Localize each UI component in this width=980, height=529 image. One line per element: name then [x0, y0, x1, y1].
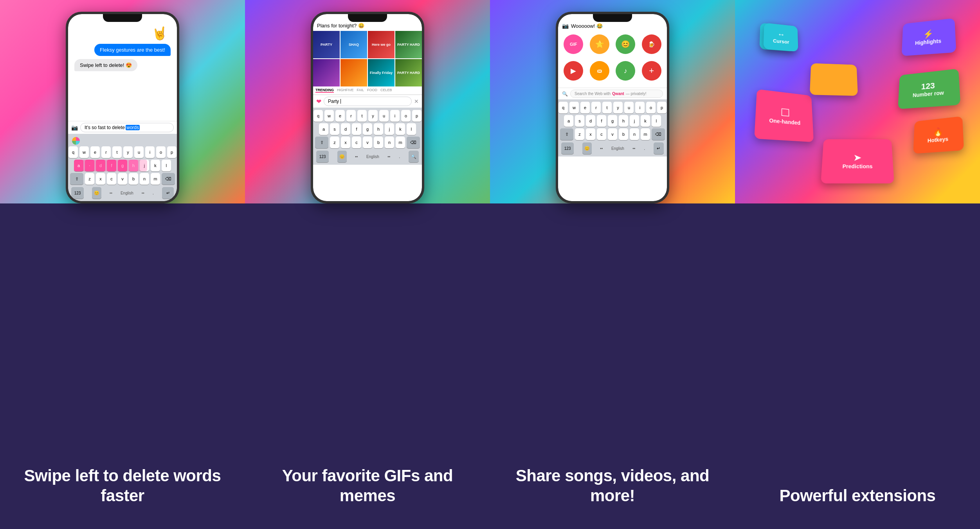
kb-key-c[interactable]: c	[107, 173, 116, 185]
kb2-123[interactable]: 123	[316, 151, 329, 162]
kb2-c[interactable]: c	[352, 137, 361, 148]
kb3-r[interactable]: r	[591, 102, 601, 113]
kb2-period[interactable]: .	[399, 154, 400, 159]
app-icon-plus[interactable]: +	[642, 61, 661, 81]
close-icon[interactable]: ✕	[414, 98, 419, 104]
kb2-t[interactable]: t	[357, 110, 367, 122]
kb-shift[interactable]: ⇧	[70, 173, 83, 185]
kb2-z[interactable]: z	[330, 137, 339, 148]
kb3-d[interactable]: d	[586, 115, 595, 127]
kb2-r[interactable]: r	[346, 110, 356, 122]
kb-key-w[interactable]: w	[79, 146, 89, 158]
kb2-f[interactable]: f	[352, 123, 361, 135]
kb3-p[interactable]: p	[657, 102, 667, 113]
kb2-m[interactable]: m	[396, 137, 405, 148]
kb-key-e[interactable]: e	[90, 146, 100, 158]
kb3-i[interactable]: i	[635, 102, 645, 113]
kb-123[interactable]: 123	[71, 187, 84, 199]
gif-search-input[interactable]: Party	[324, 97, 412, 106]
kb2-x[interactable]: x	[341, 137, 350, 148]
kb3-s[interactable]: s	[575, 115, 584, 127]
kb-key-n[interactable]: n	[140, 173, 149, 185]
kb2-y[interactable]: y	[368, 110, 378, 122]
kb-key-a[interactable]: a	[74, 160, 83, 171]
kb3-shift[interactable]: ⇧	[560, 128, 573, 140]
kb-key-k[interactable]: k	[151, 160, 160, 171]
kb-key-b[interactable]: b	[129, 173, 138, 185]
kb3-m[interactable]: m	[641, 128, 650, 140]
app-icon-yelp[interactable]: 🍺	[642, 34, 661, 54]
kb-emoji[interactable]: 😊	[92, 187, 101, 199]
kb3-l[interactable]: l	[652, 115, 661, 127]
kb2-i[interactable]: i	[390, 110, 400, 122]
kb3-h[interactable]: h	[619, 115, 628, 127]
kb3-b[interactable]: b	[619, 128, 628, 140]
kb3-g[interactable]: g	[608, 115, 617, 127]
kb2-q[interactable]: q	[313, 110, 323, 122]
kb-return[interactable]: ↵	[162, 187, 174, 199]
kb2-w[interactable]: w	[324, 110, 334, 122]
kb2-j[interactable]: j	[385, 123, 394, 135]
kb3-y[interactable]: y	[613, 102, 623, 113]
kb2-k[interactable]: k	[396, 123, 405, 135]
kb3-n[interactable]: n	[630, 128, 639, 140]
kb3-a[interactable]: a	[564, 115, 573, 127]
kb3-j[interactable]: j	[630, 115, 639, 127]
kb2-n[interactable]: n	[385, 137, 394, 148]
app-icon-fandango[interactable]: 🎟	[590, 61, 609, 81]
kb-key-q[interactable]: q	[68, 146, 78, 158]
app-icon-emoji[interactable]: 😊	[616, 34, 635, 54]
message-input[interactable]: It's so fast to delete words	[80, 123, 174, 132]
app-icon-spotify[interactable]: ♪	[616, 61, 635, 81]
kb2-o[interactable]: o	[401, 110, 411, 122]
kb3-del[interactable]: ⌫	[652, 128, 665, 140]
kb-delete[interactable]: ⌫	[162, 173, 175, 185]
kb-key-o[interactable]: o	[156, 146, 166, 158]
kb2-a[interactable]: a	[319, 123, 328, 135]
kb-key-r[interactable]: r	[101, 146, 111, 158]
kb2-shift[interactable]: ⇧	[315, 137, 328, 148]
kb3-u[interactable]: u	[624, 102, 634, 113]
kb2-d[interactable]: d	[341, 123, 350, 135]
kb2-l[interactable]: l	[407, 123, 416, 135]
kb-key-u[interactable]: u	[134, 146, 144, 158]
kb2-b[interactable]: b	[374, 137, 383, 148]
kb3-period[interactable]: .	[644, 146, 645, 151]
kb2-del[interactable]: ⌫	[407, 137, 420, 148]
kb3-123[interactable]: 123	[561, 142, 574, 154]
kb2-u[interactable]: u	[379, 110, 389, 122]
kb-key-l[interactable]: l	[162, 160, 171, 171]
kb-key-p[interactable]: p	[167, 146, 177, 158]
kb3-x[interactable]: x	[586, 128, 595, 140]
gif-tab-highfive[interactable]: HIGHFIVE	[337, 88, 354, 93]
kb3-z[interactable]: z	[575, 128, 584, 140]
gif-tab-trending[interactable]: TRENDING	[315, 88, 334, 93]
kb3-f[interactable]: f	[597, 115, 606, 127]
kb2-h[interactable]: h	[374, 123, 383, 135]
kb3-w[interactable]: w	[569, 102, 579, 113]
app-icon-youtube[interactable]: ▶	[564, 61, 583, 81]
kb3-o[interactable]: o	[646, 102, 656, 113]
kb3-q[interactable]: q	[558, 102, 568, 113]
kb3-emoji[interactable]: 😊	[582, 142, 592, 154]
kb2-s[interactable]: s	[330, 123, 339, 135]
kb2-v[interactable]: v	[363, 137, 372, 148]
kb-key-s[interactable]: ·	[85, 160, 94, 171]
kb3-e[interactable]: e	[580, 102, 590, 113]
kb2-g[interactable]: g	[363, 123, 372, 135]
kb3-v[interactable]: v	[608, 128, 617, 140]
qwant-input[interactable]: Search the Web with Qwant — privately!	[570, 90, 663, 98]
app-icon-star[interactable]: ⭐	[590, 34, 609, 54]
kb-key-m[interactable]: m	[151, 173, 160, 185]
kb3-k[interactable]: k	[641, 115, 650, 127]
kb-key-i[interactable]: i	[145, 146, 155, 158]
kb2-p[interactable]: p	[412, 110, 422, 122]
kb2-e[interactable]: e	[335, 110, 345, 122]
kb2-emoji[interactable]: 😊	[337, 151, 347, 162]
gif-tab-food[interactable]: FOOD	[367, 88, 377, 93]
gif-tab-celeb[interactable]: CELEB	[380, 88, 392, 93]
kb-key-v[interactable]: v	[118, 173, 127, 185]
gif-tab-fail[interactable]: FAIL	[357, 88, 364, 93]
kb3-c[interactable]: c	[597, 128, 606, 140]
kb3-t[interactable]: t	[602, 102, 612, 113]
